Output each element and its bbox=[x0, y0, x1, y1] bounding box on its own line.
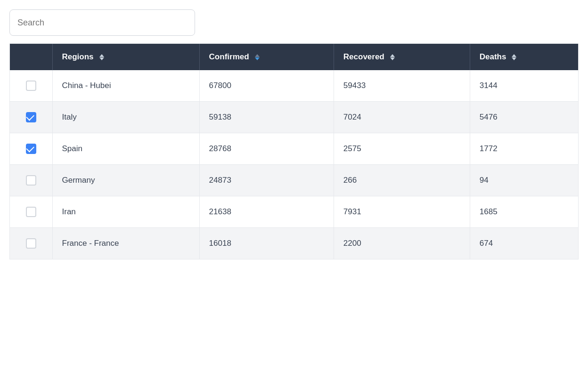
col-header-regions-label: Regions bbox=[62, 52, 94, 62]
cell-region: Iran bbox=[52, 196, 199, 228]
cell-region: China - Hubei bbox=[52, 70, 199, 102]
checkbox-cell bbox=[10, 133, 52, 165]
arrow-up-icon bbox=[255, 54, 260, 57]
cell-deaths: 674 bbox=[470, 228, 578, 259]
cell-recovered: 7931 bbox=[334, 196, 470, 228]
table-header: Regions Confirmed bbox=[10, 44, 578, 70]
cell-recovered: 7024 bbox=[334, 102, 470, 133]
arrow-down-icon bbox=[255, 57, 260, 60]
cell-confirmed: 16018 bbox=[199, 228, 334, 259]
row-checkbox[interactable] bbox=[26, 175, 36, 186]
cell-confirmed: 59138 bbox=[199, 102, 334, 133]
col-header-checkbox bbox=[10, 44, 52, 70]
arrow-up-icon bbox=[390, 54, 395, 57]
row-checkbox[interactable] bbox=[26, 207, 36, 217]
table-row: Iran2163879311685 bbox=[10, 196, 578, 228]
row-checkbox[interactable] bbox=[26, 81, 36, 91]
checkbox-cell bbox=[10, 70, 52, 102]
row-checkbox[interactable] bbox=[26, 238, 36, 249]
table-row: China - Hubei67800594333144 bbox=[10, 70, 578, 102]
header-row: Regions Confirmed bbox=[10, 44, 578, 70]
col-header-regions[interactable]: Regions bbox=[52, 44, 199, 70]
search-input[interactable] bbox=[9, 9, 195, 36]
cell-region: Germany bbox=[52, 165, 199, 196]
cell-confirmed: 67800 bbox=[199, 70, 334, 102]
arrow-down-icon bbox=[99, 57, 104, 60]
data-table: Regions Confirmed bbox=[10, 44, 578, 259]
cell-recovered: 2575 bbox=[334, 133, 470, 165]
cell-deaths: 5476 bbox=[470, 102, 578, 133]
col-header-confirmed[interactable]: Confirmed bbox=[199, 44, 334, 70]
row-checkbox[interactable] bbox=[26, 144, 36, 154]
table-row: Spain2876825751772 bbox=[10, 133, 578, 165]
deaths-sort-icon bbox=[512, 54, 516, 60]
checkbox-cell bbox=[10, 196, 52, 228]
arrow-up-icon bbox=[99, 54, 104, 57]
cell-confirmed: 24873 bbox=[199, 165, 334, 196]
arrow-down-icon bbox=[390, 57, 395, 60]
regions-sort-icon bbox=[99, 54, 104, 60]
recovered-sort-icon bbox=[390, 54, 395, 60]
col-header-confirmed-label: Confirmed bbox=[209, 52, 249, 62]
cell-deaths: 1772 bbox=[470, 133, 578, 165]
table-body: China - Hubei67800594333144Italy59138702… bbox=[10, 70, 578, 259]
cell-confirmed: 21638 bbox=[199, 196, 334, 228]
cell-deaths: 1685 bbox=[470, 196, 578, 228]
cell-recovered: 266 bbox=[334, 165, 470, 196]
table-row: France - France160182200674 bbox=[10, 228, 578, 259]
col-header-recovered-label: Recovered bbox=[343, 52, 384, 62]
cell-confirmed: 28768 bbox=[199, 133, 334, 165]
table-row: Germany2487326694 bbox=[10, 165, 578, 196]
cell-deaths: 3144 bbox=[470, 70, 578, 102]
table-row: Italy5913870245476 bbox=[10, 102, 578, 133]
checkbox-cell bbox=[10, 165, 52, 196]
cell-deaths: 94 bbox=[470, 165, 578, 196]
checkbox-cell bbox=[10, 102, 52, 133]
arrow-up-icon bbox=[512, 54, 516, 57]
cell-recovered: 59433 bbox=[334, 70, 470, 102]
cell-recovered: 2200 bbox=[334, 228, 470, 259]
cell-region: France - France bbox=[52, 228, 199, 259]
col-header-recovered[interactable]: Recovered bbox=[334, 44, 470, 70]
data-table-wrapper: Regions Confirmed bbox=[9, 43, 579, 259]
search-container bbox=[9, 9, 579, 36]
row-checkbox[interactable] bbox=[26, 112, 36, 122]
col-header-deaths[interactable]: Deaths bbox=[470, 44, 578, 70]
arrow-down-icon bbox=[512, 57, 516, 60]
confirmed-sort-icon bbox=[255, 54, 260, 60]
cell-region: Italy bbox=[52, 102, 199, 133]
checkbox-cell bbox=[10, 228, 52, 259]
cell-region: Spain bbox=[52, 133, 199, 165]
col-header-deaths-label: Deaths bbox=[480, 52, 506, 62]
